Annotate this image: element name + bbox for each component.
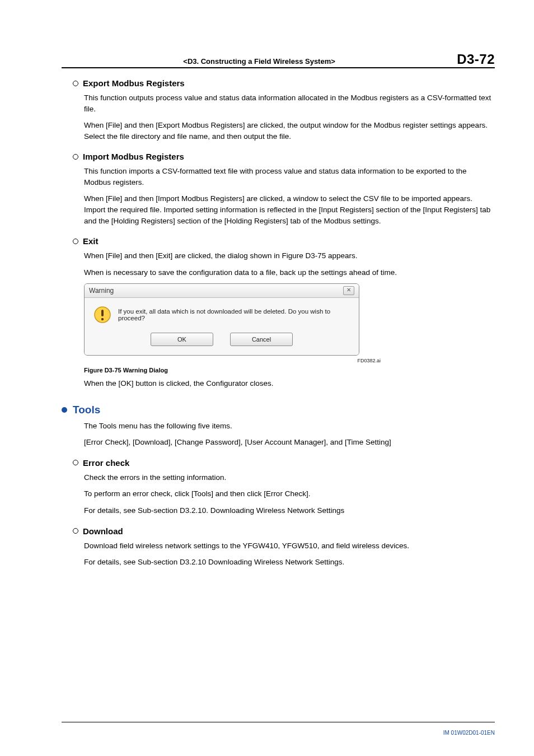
- para: For details, see Sub-section D3.2.10. Do…: [84, 505, 495, 516]
- circle-bullet-icon: [73, 239, 78, 244]
- para: To perform an error check, click [Tools]…: [84, 488, 495, 500]
- warning-icon: [93, 306, 111, 324]
- heading-exit: Exit: [73, 236, 495, 246]
- heading-tools-text: Tools: [73, 404, 100, 416]
- para: This function imports a CSV-formatted te…: [84, 166, 495, 188]
- close-icon[interactable]: ✕: [343, 286, 354, 295]
- heading-error-check: Error check: [73, 458, 495, 468]
- heading-download: Download: [73, 526, 495, 536]
- warning-dialog: Warning ✕ If you exit, all data which is…: [84, 283, 359, 356]
- blue-bullet-icon: [62, 407, 67, 413]
- dialog-message: If you exit, all data which is not downl…: [118, 308, 350, 321]
- heading-import-modbus: Import Modbus Registers: [73, 152, 495, 161]
- para: [Error Check], [Download], [Change Passw…: [84, 437, 495, 448]
- header-rule: [62, 67, 495, 68]
- para: When the [OK] button is clicked, the Con…: [84, 378, 495, 389]
- circle-bullet-icon: [73, 460, 78, 465]
- heading-exit-text: Exit: [83, 236, 99, 246]
- circle-bullet-icon: [73, 81, 78, 86]
- figure-caption: Figure D3-75 Warning Dialog: [84, 367, 495, 374]
- dialog-titlebar: Warning ✕: [85, 284, 359, 298]
- svg-rect-1: [101, 310, 104, 316]
- ok-button[interactable]: OK: [151, 333, 213, 346]
- para: When [File] and then [Export Modbus Regi…: [84, 120, 495, 142]
- para: This function outputs process value and …: [84, 92, 495, 114]
- heading-error-check-text: Error check: [83, 458, 129, 468]
- figure-source-label: FD0382.ai: [84, 358, 381, 363]
- para: For details, see Sub-section D3.2.10 Dow…: [84, 557, 495, 568]
- heading-export-modbus: Export Modbus Registers: [73, 78, 495, 88]
- warning-dialog-figure: Warning ✕ If you exit, all data which is…: [84, 283, 495, 356]
- heading-import-modbus-text: Import Modbus Registers: [83, 152, 184, 161]
- heading-export-modbus-text: Export Modbus Registers: [83, 78, 185, 88]
- page-number: D3-72: [457, 52, 495, 67]
- dialog-title-text: Warning: [89, 287, 114, 295]
- header-section-title: <D3. Constructing a Field Wireless Syste…: [62, 57, 457, 66]
- para: Download field wireless network settings…: [84, 540, 495, 552]
- para: When [File] and then [Exit] are clicked,…: [84, 250, 495, 262]
- para: When is necessary to save the configurat…: [84, 267, 495, 278]
- cancel-button[interactable]: Cancel: [230, 333, 293, 346]
- footer-rule: [62, 722, 495, 722]
- circle-bullet-icon: [73, 528, 78, 534]
- para: Check the errors in the setting informat…: [84, 472, 495, 483]
- para: When [File] and then [Import Modbus Regi…: [84, 193, 495, 226]
- heading-tools: Tools: [62, 404, 495, 416]
- svg-point-2: [101, 318, 104, 320]
- circle-bullet-icon: [73, 154, 78, 160]
- footer-doc-id: IM 01W02D01-01EN: [443, 730, 495, 736]
- heading-download-text: Download: [83, 526, 123, 536]
- para: The Tools menu has the following five it…: [84, 421, 495, 432]
